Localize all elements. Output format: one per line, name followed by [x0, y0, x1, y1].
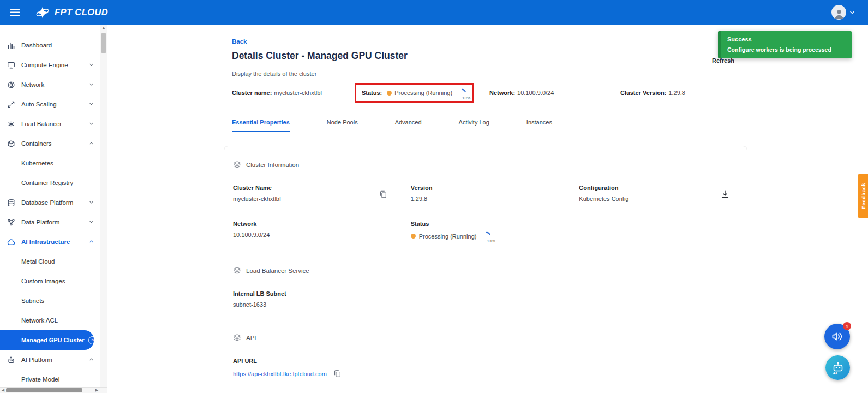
network-icon: [7, 80, 16, 89]
section-title: Load Balancer Service: [246, 267, 309, 274]
download-icon[interactable]: [720, 189, 731, 200]
announcements-button[interactable]: 1: [824, 324, 850, 349]
toast-title: Success: [727, 36, 845, 43]
chevron-down-icon: [88, 62, 94, 68]
tab-essential-properties[interactable]: Essential Properties: [232, 116, 290, 132]
hamburger-menu-icon[interactable]: [7, 5, 23, 19]
section-load-balancer: Load Balancer Service: [233, 266, 738, 282]
svg-text:AI: AI: [833, 371, 837, 376]
sidebar-item-compute-engine[interactable]: Compute Engine: [0, 55, 107, 75]
layers-icon: [233, 266, 241, 275]
cluster-summary-row: Cluster name:mycluster-ckhxtlbf Status: …: [224, 83, 749, 103]
feedback-tab[interactable]: Feedback: [858, 174, 868, 218]
scroll-right-arrow-icon[interactable]: ▶: [94, 388, 100, 393]
tab-instances[interactable]: Instances: [526, 116, 552, 132]
sidebar-item-metal-cloud[interactable]: Metal Cloud: [0, 252, 107, 271]
field-network: Network 10.100.9.0/24: [233, 212, 402, 251]
scrollbar-thumb[interactable]: [101, 33, 106, 53]
field-empty: [570, 212, 738, 251]
tab-activity-log[interactable]: Activity Log: [459, 116, 489, 132]
sidebar-item-data-platform[interactable]: Data Platform: [0, 212, 107, 232]
chevron-down-icon: [88, 199, 94, 205]
sidebar-item-label: Network: [21, 81, 44, 88]
scroll-up-arrow-icon[interactable]: ▲: [100, 25, 107, 31]
sidebar-item-label: Compute Engine: [21, 62, 68, 68]
sidebar-item-label: Network ACL: [21, 317, 58, 324]
cluster-version-value: 1.29.8: [668, 90, 685, 96]
sidebar-item-custom-images[interactable]: Custom Images: [0, 271, 107, 291]
user-menu[interactable]: [831, 0, 855, 25]
progress-percent: 13%: [462, 96, 470, 100]
field-label: Configuration: [579, 184, 716, 191]
field-api-url: API URL https://api-ckhxtlbf.fke.fptclou…: [233, 349, 738, 389]
sidebar-item-network[interactable]: Network: [0, 75, 107, 94]
field-value: Processing (Running): [419, 233, 477, 240]
sidebar-item-label: Metal Cloud: [21, 258, 55, 265]
sidebar-nav: DashboardCompute EngineNetworkAuto Scali…: [0, 25, 107, 389]
page-title: Details Cluster - Managed GPU Cluster: [232, 50, 408, 62]
network-label: Network:: [489, 90, 515, 96]
field-configuration: Configuration Kubernetes Config: [570, 176, 738, 212]
brand-logo[interactable]: FPT CLOUD: [35, 6, 108, 19]
sidebar-item-dashboard[interactable]: Dashboard: [0, 35, 107, 55]
compute-engine-icon: [7, 61, 16, 69]
sidebar-item-network-acl[interactable]: Network ACL: [0, 311, 107, 330]
chevron-down-icon: [88, 219, 94, 225]
scroll-left-arrow-icon[interactable]: ◀: [0, 388, 6, 393]
section-cluster-information: Cluster Information: [233, 160, 738, 176]
page-subtitle: Display the details of the cluster: [232, 70, 316, 77]
back-link[interactable]: Back: [232, 38, 247, 45]
status-dot-icon: [387, 91, 392, 96]
copy-icon[interactable]: [332, 368, 343, 379]
notification-badge: 1: [843, 322, 851, 330]
load-balancer-icon: [7, 120, 16, 128]
sidebar-item-ai-infrastructure[interactable]: AI Infrastructure: [0, 232, 107, 252]
sidebar-item-subnets[interactable]: Subnets: [0, 291, 107, 311]
ai-infrastructure-icon: [7, 237, 16, 246]
summary-cluster-name: Cluster name:mycluster-ckhxtlbf: [232, 90, 322, 96]
status-dot-icon: [411, 234, 416, 239]
sidebar-item-label: Container Registry: [21, 180, 73, 186]
sidebar-item-label: Auto Scaling: [21, 101, 57, 108]
sidebar-item-label: Private Model: [21, 376, 59, 383]
feedback-label: Feedback: [860, 183, 866, 209]
ai-assistant-button[interactable]: AI: [825, 355, 850, 380]
toast-success: Success Configure workers is being proce…: [718, 31, 852, 58]
scrollbar-thumb[interactable]: [6, 388, 82, 392]
field-label: Cluster Name: [233, 184, 380, 191]
field-label: Version: [411, 184, 548, 191]
field-value: 10.100.9.0/24: [233, 231, 380, 238]
sidebar-item-load-balancer[interactable]: Load Balancer: [0, 114, 107, 134]
chevron-down-icon: [88, 121, 94, 127]
tabs: Essential PropertiesNode PoolsAdvancedAc…: [224, 116, 749, 132]
sidebar-item-kubernetes[interactable]: Kubernetes: [0, 153, 107, 173]
horizontal-scrollbar[interactable]: ◀ ▶: [0, 387, 107, 393]
api-url-link[interactable]: https://api-ckhxtlbf.fke.fptcloud.com: [233, 371, 327, 377]
page-root: FPT CLOUD DashboardCompute EngineNetwork…: [0, 0, 868, 393]
sidebar-item-containers[interactable]: Containers: [0, 134, 107, 153]
main-content: Back Details Cluster - Managed GPU Clust…: [224, 25, 749, 393]
chevron-down-icon: [88, 81, 94, 87]
sidebar-item-label: Load Balancer: [21, 121, 62, 127]
field-label: Internal LB Subnet: [233, 290, 738, 297]
chevron-up-icon: [88, 140, 94, 146]
tab-advanced[interactable]: Advanced: [395, 116, 422, 132]
sidebar-item-auto-scaling[interactable]: Auto Scaling: [0, 94, 107, 114]
sidebar-scrollbar[interactable]: ▲ ▼: [100, 25, 107, 393]
sidebar-item-private-model[interactable]: Private Model: [0, 370, 107, 389]
sidebar-item-ai-platform[interactable]: AI Platform: [0, 350, 107, 370]
copy-icon[interactable]: [378, 189, 388, 199]
sidebar-item-label: Containers: [21, 140, 52, 147]
cluster-version-label: Cluster Version:: [620, 90, 666, 96]
sidebar-item-label: Database Platform: [21, 199, 73, 206]
chevron-down-icon: [849, 10, 855, 15]
field-value: Kubernetes Config: [579, 195, 716, 202]
status-label: Status:: [362, 90, 382, 96]
database-platform-icon: [7, 198, 16, 207]
field-value: subnet-1633: [233, 301, 738, 308]
tab-node-pools[interactable]: Node Pools: [327, 116, 358, 132]
sidebar-item-container-registry[interactable]: Container Registry: [0, 173, 107, 193]
sidebar-item-managed-gpu-cluster[interactable]: Managed GPU Clusterbeta: [0, 330, 94, 350]
network-value: 10.100.9.0/24: [517, 90, 554, 96]
sidebar-item-database-platform[interactable]: Database Platform: [0, 193, 107, 212]
